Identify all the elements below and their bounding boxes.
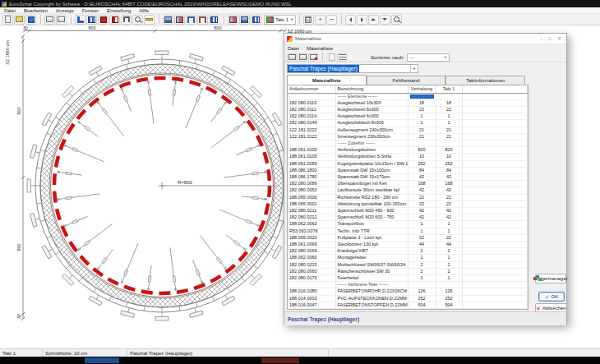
dialog-menu-materialliste[interactable]: Materialliste — [307, 46, 333, 51]
table-row[interactable]: 182.080.0089Überspannbügel mit Keil16816… — [288, 181, 528, 187]
lager-icon — [241, 16, 248, 23]
ausschalen-button[interactable] — [174, 15, 185, 25]
dialog-sort-button[interactable] — [337, 53, 347, 62]
tab-fehlbestand[interactable]: Fehlbestand — [367, 76, 446, 85]
tab-taktinformationen[interactable]: Taktinformationen — [445, 76, 525, 85]
material-table[interactable]: Artikelnummer Bezeichnung Vorhaltung Tak… — [287, 85, 528, 310]
dialog-export-button[interactable] — [308, 53, 318, 62]
print-preview-button[interactable] — [56, 15, 67, 25]
save-button[interactable] — [25, 15, 36, 25]
pan-down-button[interactable] — [380, 15, 390, 25]
col-takt1[interactable]: Takt 1 — [436, 85, 462, 93]
table-row[interactable]: 188.061.0059Kugelgelenkplatte 10x15cm / … — [288, 160, 528, 167]
half-fill-tool-button[interactable] — [109, 15, 120, 25]
table-row[interactable]: 122.181.0222Außensegment 240x300cm2121 — [288, 127, 528, 133]
table-row[interactable]: 182.080.0149Ausgleichsblech 8x30011 — [288, 120, 528, 127]
measure-tool-button[interactable] — [144, 15, 155, 25]
materialliste-button[interactable] — [228, 15, 238, 25]
table-row[interactable]: 188.014.0003PVC-AUFSTECKKONEN D.22MM F. … — [288, 295, 528, 302]
menu-datei[interactable]: Datei — [0, 8, 20, 13]
blue-pi-icon — [187, 16, 195, 23]
table-row[interactable]: 188.062.0063Transportbox11 — [288, 221, 528, 228]
table-row[interactable]: 188.065.0006Richtstrebe RS2 180 - 290 cm… — [288, 194, 528, 200]
table-row[interactable]: 122.181.0122Innensegment 230x300cm2121 — [288, 133, 528, 140]
col-vorhaltung[interactable]: Vorhaltung — [408, 85, 436, 93]
push-pull-brace — [57, 171, 82, 177]
zoom-lens-button[interactable] — [391, 15, 402, 25]
status-system-label: Paschal Trapez (Hauptlager) — [130, 351, 192, 356]
zoom-out-button[interactable]: − — [326, 15, 337, 25]
dialog-copy-button[interactable] — [326, 53, 336, 62]
umsetzen-button[interactable] — [186, 15, 196, 25]
open-file-button[interactable] — [14, 15, 25, 25]
push-pull-brace — [169, 247, 178, 291]
menu-anzeige[interactable]: Anzeige — [52, 8, 78, 13]
zoom-in-button[interactable]: + — [315, 15, 325, 25]
segment-joint — [279, 150, 284, 152]
dialog-titlebar[interactable]: Materialliste – □ ✕ — [284, 34, 566, 44]
taskbar[interactable] — [0, 357, 600, 364]
table-row[interactable]: 188.086.1800Spannstab DW 15x100cm8484 — [288, 167, 528, 173]
table-row[interactable]: 182.080.0211Spannschloß M20 450 - 600424… — [288, 207, 528, 214]
col-artikelnummer[interactable]: Artikelnummer — [288, 85, 335, 93]
table-row[interactable]: 188.062.0060Montagehebel11 — [288, 255, 528, 261]
stock-selector-dropdown-button[interactable]: ▼ — [410, 65, 418, 72]
einschalen-button[interactable] — [163, 15, 173, 25]
table-row[interactable]: 182.080.0111Ausgleichsteil 8x3002222 — [288, 106, 528, 113]
table-row[interactable]: 182.080.0215Multischlüssel SW36/37-SW30/… — [288, 261, 528, 268]
menu-bearbeiten[interactable]: Bearbeiten — [20, 8, 52, 13]
shutter-tool-button[interactable] — [86, 15, 97, 25]
outer-bracket — [247, 85, 261, 100]
menu-einstellung[interactable]: Einstellung — [103, 8, 135, 13]
taskbar-app-red[interactable] — [261, 357, 299, 363]
table-row[interactable]: 188.016.0047FASERBETONSTOPFEN D.22MM5045… — [288, 302, 528, 308]
wall-draw-tool-button[interactable] — [75, 15, 85, 25]
pan-right-button[interactable] — [357, 15, 367, 25]
table-row[interactable]: 182.080.0110Ausgleichsteil 10x3001818 — [288, 99, 528, 106]
dialog-menu-datei[interactable]: Datei — [288, 46, 299, 51]
table-row[interactable]: 188.061.0069Steckbolzen 130 kpl.4444 — [288, 241, 528, 247]
close-button[interactable]: ✕ — [557, 34, 561, 44]
maximize-button[interactable]: □ — [548, 34, 552, 44]
takt-manager-button[interactable] — [209, 15, 219, 25]
minimize-button[interactable]: – — [540, 34, 542, 44]
pan-left-button[interactable] — [345, 15, 356, 25]
table-row[interactable]: 182.080.0179Feierhebel11 — [288, 274, 528, 281]
table-row[interactable]: 182.080.0114Ausgleichsteil 6x30011 — [288, 113, 528, 120]
table-row[interactable]: 188.061.0100Verbindungsbolzen820820 — [288, 147, 528, 154]
lager-button[interactable] — [239, 15, 250, 25]
menu-hilfe[interactable]: Hilfe — [135, 8, 153, 13]
table-row[interactable]: R53.062.0076Techn. Info TTR11 — [288, 228, 528, 234]
takt-selector[interactable]: Takt 1 ▼ — [264, 15, 296, 25]
taskbar-app-blue[interactable] — [85, 357, 119, 363]
statistik-button[interactable] — [251, 15, 261, 25]
table-row[interactable]: 188.016.0280FASERBETONROHR D.22X26CM1261… — [288, 288, 528, 295]
table-row[interactable]: 182.080.0053Laufkonsole 90cm steckbar kp… — [288, 187, 528, 194]
menu-fenster[interactable]: Fenster — [78, 8, 103, 13]
table-row[interactable]: 182.080.0069Kranbügel KBT22 — [288, 248, 528, 255]
new-file-button[interactable] — [2, 15, 13, 25]
dialog-print-preview-button[interactable] — [298, 53, 307, 62]
table-row[interactable]: 188.065.0001Abstützung spindelbar 100-15… — [288, 200, 528, 207]
table-row[interactable]: 182.080.0060Ratschenschlüssel SW 3022 — [288, 268, 528, 274]
table-row[interactable]: 188.061.0105Verbindungsbolzen 5-Stifte10… — [288, 154, 528, 160]
ok-button[interactable]: ✓ OK — [538, 292, 565, 302]
fill-wall-tool-button[interactable] — [98, 15, 108, 25]
page-icon — [329, 53, 335, 61]
tab-materialliste[interactable]: Materialliste — [287, 75, 367, 85]
stock-selector[interactable]: Paschal Trapez (Hauptlager) ▼ — [287, 64, 418, 73]
print-button[interactable] — [44, 15, 55, 25]
opening-tool-button[interactable] — [121, 15, 132, 25]
table-row[interactable]: 188.086.1780Spannstab DW 15x170cm4242 — [288, 173, 528, 180]
lagermanager-button[interactable]: Lagermanager — [535, 274, 566, 283]
table-row[interactable]: 188.065.0023Fußplatte 3 - Loch kpl.2222 — [288, 234, 528, 241]
takt-zuweisen-button[interactable] — [197, 15, 208, 25]
pan-up-button[interactable] — [368, 15, 379, 25]
col-bezeichnung[interactable]: Bezeichnung — [335, 85, 408, 93]
dialog-print-button[interactable] — [287, 53, 297, 62]
zoom-window-tool-button[interactable] — [132, 15, 143, 25]
table-row[interactable]: 182.080.0212Spannschloß M20 600 - 750424… — [288, 214, 528, 221]
overview-button[interactable] — [303, 15, 314, 25]
outer-bracket — [62, 85, 76, 100]
sort-select[interactable]: --- ▼ — [407, 53, 450, 62]
